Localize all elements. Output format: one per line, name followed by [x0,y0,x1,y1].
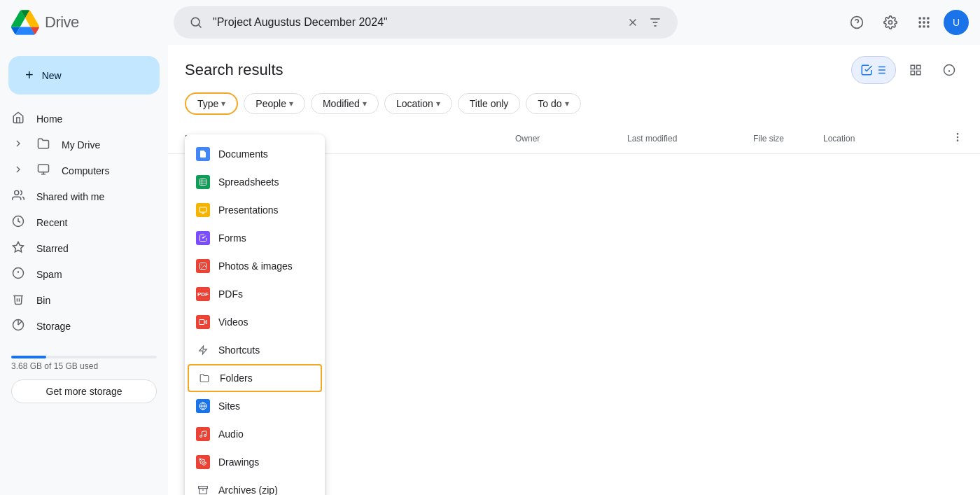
todo-filter-button[interactable]: To do ▾ [526,93,580,114]
computers-icon [36,163,50,178]
dropdown-item-drawings[interactable]: Drawings [185,448,325,476]
modified-filter-label: Modified [323,98,360,109]
dropdown-item-shortcuts[interactable]: Shortcuts [185,336,325,364]
home-icon [11,111,25,126]
sidebar-item-recent[interactable]: Recent [0,209,160,235]
dropdown-item-presentations[interactable]: Presentations [185,196,325,224]
modified-filter-arrow: ▾ [363,99,367,109]
svg-marker-53 [204,321,207,324]
dropdown-item-documents[interactable]: Documents [185,140,325,168]
people-filter-label: People [255,98,286,109]
col-size-header: File size [753,134,823,144]
col-location-header: Location [823,134,935,144]
modified-filter-button[interactable]: Modified ▾ [311,93,379,114]
location-filter-label: Location [396,98,433,109]
dropdown-item-photos[interactable]: Photos & images [185,252,325,280]
people-filter-button[interactable]: People ▾ [244,93,305,114]
photos-icon [196,259,210,273]
sidebar: + New Home My Drive Computer [0,45,168,495]
my-drive-expand-icon [11,138,25,151]
sidebar-item-storage[interactable]: Storage [0,313,160,339]
sidebar-item-label: Computers [62,165,109,176]
todo-filter-arrow: ▾ [565,99,569,109]
presentations-icon [196,203,210,217]
sidebar-item-home[interactable]: Home [0,106,160,132]
content-area: Search results Type ▾ Peopl [168,45,980,495]
type-dropdown-menu: Documents Spreadsheets Presentations For… [185,134,325,495]
svg-rect-16 [919,25,921,27]
storage-bar-background [11,356,157,358]
location-filter-button[interactable]: Location ▾ [384,93,452,114]
svg-rect-34 [911,65,914,69]
videos-icon [196,315,210,329]
svg-point-0 [191,18,200,26]
help-button[interactable] [843,8,871,36]
svg-rect-15 [927,21,929,23]
archives-icon [196,483,210,495]
user-avatar[interactable]: U [944,10,969,35]
title-only-filter-label: Title only [470,98,509,109]
svg-rect-19 [38,165,49,172]
starred-icon [11,241,25,256]
sidebar-item-bin[interactable]: Bin [0,287,160,313]
dropdown-item-label: Videos [218,316,248,328]
sidebar-item-my-drive[interactable]: My Drive [0,132,160,158]
svg-rect-17 [923,25,925,27]
list-view-button[interactable] [851,56,896,84]
dropdown-item-archives[interactable]: Archives (zip) [185,476,325,495]
storage-text: 3.68 GB of 15 GB used [11,361,157,371]
todo-filter-label: To do [538,98,561,109]
dropdown-item-sites[interactable]: Sites [185,392,325,420]
svg-rect-48 [200,207,206,212]
new-button-label: New [42,70,62,81]
svg-point-22 [15,190,19,195]
my-drive-icon [36,137,50,152]
col-owner-header: Owner [515,134,627,144]
apps-button[interactable] [910,8,938,36]
sidebar-item-label: Bin [36,295,50,306]
dropdown-item-label: Folders [220,372,253,384]
dropdown-item-videos[interactable]: Videos [185,308,325,336]
dropdown-item-label: Audio [218,428,244,440]
svg-rect-60 [199,487,208,489]
svg-point-42 [957,137,958,137]
dropdown-item-label: Spreadsheets [218,176,279,188]
new-button[interactable]: + New [8,56,160,95]
sidebar-item-label: Shared with me [36,191,104,202]
spam-icon [11,267,25,281]
advanced-search-icon[interactable] [644,11,666,34]
title-only-filter-button[interactable]: Title only [458,93,521,114]
svg-rect-10 [919,18,921,20]
svg-point-41 [957,134,958,134]
type-filter-button[interactable]: Type ▾ [185,92,238,115]
dropdown-item-label: Photos & images [218,260,293,272]
clear-search-icon[interactable] [622,11,644,34]
get-more-storage-button[interactable]: Get more storage [11,379,157,403]
dropdown-item-label: Archives (zip) [218,484,278,495]
sidebar-item-starred[interactable]: Starred [0,235,160,261]
computers-expand-icon [11,164,25,177]
dropdown-item-pdfs[interactable]: PDF PDFs [185,280,325,308]
grid-view-button[interactable] [902,56,930,84]
dropdown-item-folders[interactable]: Folders [188,364,322,392]
col-more-header [935,132,963,145]
dropdown-item-forms[interactable]: Forms [185,224,325,252]
bin-icon [11,293,25,307]
sidebar-item-computers[interactable]: Computers [0,158,160,183]
search-icon[interactable] [185,11,207,34]
sidebar-item-spam[interactable]: Spam [0,261,160,287]
svg-rect-18 [927,25,929,27]
people-filter-arrow: ▾ [289,99,293,109]
filter-bar: Type ▾ People ▾ Modified ▾ Location ▾ Ti… [168,84,980,115]
sidebar-item-shared[interactable]: Shared with me [0,183,160,209]
search-bar [174,6,678,39]
new-plus-icon: + [25,67,34,83]
search-input[interactable] [207,16,622,29]
storage-bar-fill [11,356,46,358]
dropdown-item-spreadsheets[interactable]: Spreadsheets [185,168,325,196]
settings-button[interactable] [876,8,904,36]
svg-point-59 [202,461,204,463]
info-button[interactable] [935,56,963,84]
svg-rect-13 [919,21,921,23]
dropdown-item-audio[interactable]: Audio [185,420,325,448]
